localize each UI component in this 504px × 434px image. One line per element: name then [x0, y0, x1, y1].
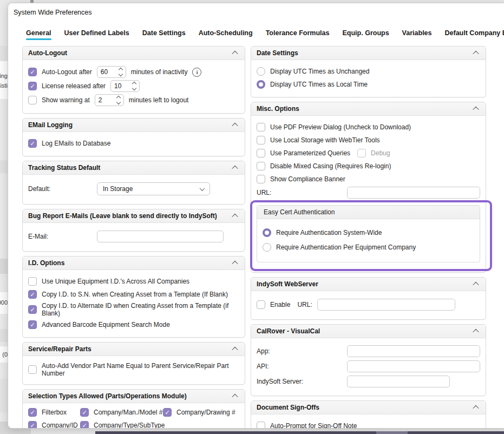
tab-default-company-exceptions[interactable]: Default Company Exceptions [445, 29, 504, 40]
company-id-checkbox[interactable]: ✓ [28, 421, 37, 429]
section-body: ✓ Auto-Logout after 60 minutes of inacti… [23, 60, 245, 113]
section-header[interactable]: Service/Repair Parts [23, 343, 245, 356]
tracking-status-select[interactable]: In Storage [97, 182, 210, 195]
collapse-chevron-icon[interactable] [231, 164, 239, 172]
spinner-arrows-icon[interactable] [133, 82, 136, 90]
local-storage-checkbox[interactable]: ✓ [257, 136, 265, 144]
tab-variables[interactable]: Variables [402, 29, 432, 40]
show-warning-checkbox[interactable]: ✓ [28, 96, 37, 104]
collapse-chevron-icon[interactable] [231, 121, 239, 129]
section-header[interactable]: Bug Report E-Mails (Leave blank to send … [23, 209, 245, 223]
webserver-enable-checkbox[interactable]: ✓ [257, 300, 265, 309]
field-label: App: [257, 347, 342, 355]
company-type-subtype-checkbox[interactable]: ✓ [80, 421, 89, 429]
calrover-api-input[interactable] [347, 360, 480, 372]
auth-system-wide-radio[interactable] [263, 228, 271, 237]
section-title: Date Settings [257, 49, 298, 57]
select-value: In Storage [103, 185, 133, 193]
section-header[interactable]: CalRover - VisualCal [251, 325, 486, 338]
section-header[interactable]: I.D. Options [23, 257, 245, 270]
unique-ids-checkbox[interactable]: ✓ [28, 277, 37, 286]
background-bottom-bar [95, 431, 504, 434]
spinner-value: 10 [114, 82, 121, 90]
company-man-model-checkbox[interactable]: ✓ [80, 408, 89, 417]
parameterized-queries-checkbox[interactable]: ✓ [257, 149, 265, 157]
checkmark-icon: ✓ [30, 292, 35, 298]
copy-id-to-sn-checkbox[interactable]: ✓ [28, 290, 37, 299]
compliance-banner-checkbox[interactable]: ✓ [257, 175, 265, 183]
auth-per-company-radio[interactable] [263, 243, 271, 252]
section-header[interactable]: Selection Types Allowed (Parts/Operation… [23, 390, 245, 403]
collapse-chevron-icon[interactable] [472, 49, 480, 57]
tab-auto-scheduling[interactable]: Auto-Scheduling [199, 29, 253, 40]
collapse-chevron-icon[interactable] [472, 105, 480, 113]
collapse-chevron-icon[interactable] [472, 404, 480, 411]
auto-prompt-sign-off-checkbox[interactable]: ✓ [257, 422, 265, 429]
misc-url-input[interactable] [347, 187, 480, 199]
tab-tolerance-formulas[interactable]: Tolerance Formulas [266, 29, 330, 40]
tab-equip-groups[interactable]: Equip. Groups [343, 29, 389, 40]
minutes-inactivity-spinner[interactable]: 60 [97, 66, 126, 78]
section-header[interactable]: Date Settings [251, 47, 486, 60]
copy-id-to-alternate-checkbox[interactable]: ✓ [28, 305, 37, 314]
spinner-arrows-icon[interactable] [117, 96, 120, 104]
section-misc-options: Misc. Options ✓ Use PDF Preview Dialog (… [251, 102, 486, 273]
utc-unchanged-radio[interactable] [257, 67, 265, 76]
option-row: ✓ Advanced Barcode Equipment Search Mode [28, 319, 239, 330]
bug-report-email-row: E-Mail: [28, 231, 239, 242]
option-row: ✓ Show Compliance Banner [257, 174, 480, 185]
tab-date-settings[interactable]: Date Settings [142, 29, 186, 40]
advanced-barcode-checkbox[interactable]: ✓ [28, 320, 37, 329]
collapse-chevron-icon[interactable] [231, 259, 239, 267]
collapse-chevron-icon[interactable] [231, 392, 239, 400]
section-header[interactable]: Tracking Status Default [23, 161, 245, 175]
option-label: Log EMails to Database [42, 140, 110, 147]
section-body: ✓ Enable URL: [251, 291, 486, 319]
spinner-value: 60 [101, 68, 108, 76]
pdf-preview-checkbox[interactable]: ✓ [257, 123, 265, 131]
section-header[interactable]: EMail Logging [23, 119, 245, 132]
section-header[interactable]: Auto-Logout [23, 47, 245, 60]
calrover-app-input[interactable] [347, 345, 480, 357]
license-released-spinner[interactable]: 10 [110, 80, 140, 92]
utc-local-radio[interactable] [257, 80, 265, 89]
auto-add-vendor-part-checkbox[interactable]: ✓ [28, 365, 37, 374]
collapse-chevron-icon[interactable] [231, 345, 239, 353]
info-icon[interactable]: i [192, 68, 201, 77]
collapse-chevron-icon[interactable] [231, 49, 239, 57]
disable-mixed-casing-checkbox[interactable]: ✓ [257, 162, 265, 170]
system-wide-preferences-dialog: System Wide Preferences General User Def… [8, 3, 504, 429]
option-label: Company/Man./Model # [94, 409, 162, 416]
log-emails-checkbox[interactable]: ✓ [28, 139, 37, 148]
section-title: Tracking Status Default [28, 164, 100, 172]
collapse-chevron-icon[interactable] [472, 280, 480, 288]
option-label: Copy I.D. to S.N. when Creating Asset fr… [42, 291, 228, 298]
background-text-fragment: ing [0, 73, 8, 79]
calrover-server-row: IndySoft Server: [257, 376, 480, 387]
section-header[interactable]: Misc. Options [251, 102, 486, 116]
warning-minutes-spinner[interactable]: 2 [95, 94, 124, 106]
auth-per-company-row: Require Authentication Per Equipment Com… [263, 242, 474, 253]
spinner-arrows-icon[interactable] [119, 68, 122, 76]
background-bottom-bar-gap [376, 431, 408, 434]
webserver-url-input[interactable] [317, 299, 455, 311]
option-label: Company/ID [42, 422, 78, 429]
auto-logout-after-checkbox[interactable]: ✓ [28, 68, 37, 76]
debug-checkbox[interactable]: ✓ [357, 149, 366, 157]
option-label: Display UTC Times as Unchanged [270, 68, 369, 75]
tab-general[interactable]: General [26, 29, 51, 40]
option-label: Disable Mixed Casing (Requires Re-login) [270, 162, 391, 170]
section-header[interactable]: IndySoft WebServer [251, 278, 486, 291]
field-label: IndySoft Server: [257, 378, 342, 385]
section-header[interactable]: Document Sign-Offs [251, 401, 486, 415]
option-cell: ✓ Company/ID [28, 420, 80, 429]
company-drawing-checkbox[interactable]: ✓ [163, 408, 172, 417]
collapse-chevron-icon[interactable] [472, 327, 480, 335]
license-released-checkbox[interactable]: ✓ [28, 82, 37, 90]
calrover-server-input[interactable] [347, 376, 450, 387]
collapse-chevron-icon[interactable] [231, 212, 239, 220]
tab-user-defined-labels[interactable]: User Defined Labels [64, 29, 129, 40]
filterbox-checkbox[interactable]: ✓ [28, 408, 37, 417]
section-title: Selection Types Allowed (Parts/Operation… [28, 392, 187, 400]
bug-report-email-input[interactable] [97, 231, 224, 242]
